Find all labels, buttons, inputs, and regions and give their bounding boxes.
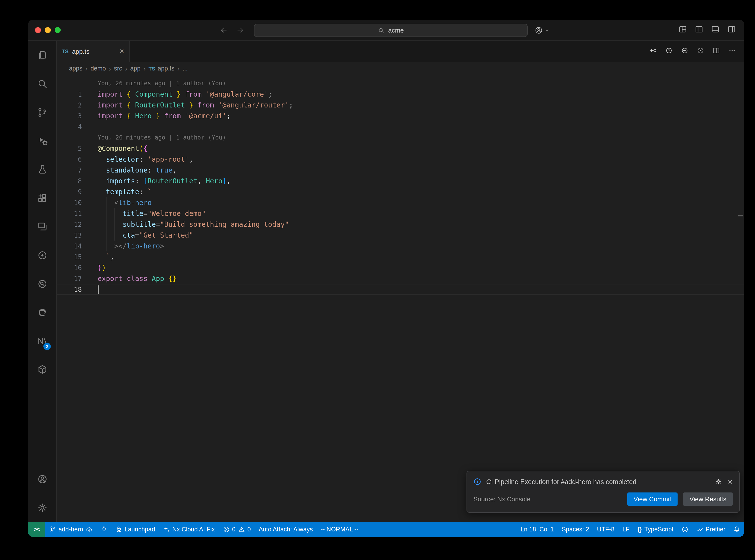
overview-ruler-marker <box>738 215 743 216</box>
line-number <box>57 132 82 143</box>
navigate-forward-icon[interactable] <box>236 26 244 35</box>
previous-change-button[interactable] <box>665 46 673 57</box>
code-text: import { Hero } from '@acme/ui'; <box>82 111 744 121</box>
nx-cloud-ai-fix-status-item[interactable]: Nx Cloud AI Fix <box>159 522 219 537</box>
cursor-position-status-item[interactable]: Ln 18, Col 1 <box>517 522 558 537</box>
navigate-back-icon[interactable] <box>219 26 228 35</box>
nx-console-badge: 2 <box>43 343 51 350</box>
vscode-window: acme 2 TS app.ts ✕ apps›demo›src›a <box>28 20 744 537</box>
view-results-button[interactable]: View Results <box>683 493 733 506</box>
breadcrumb-item[interactable]: src <box>114 65 122 72</box>
remote-indicator-status-item[interactable]: >< <box>28 522 45 537</box>
notification-close-icon[interactable]: ✕ <box>728 478 733 485</box>
status-bar-left: ><add-heroLaunchpadNx Cloud AI Fix00Auto… <box>28 522 362 537</box>
line-number: 15 <box>57 252 82 262</box>
breadcrumb-item[interactable]: demo <box>91 65 106 72</box>
history-navigation <box>219 20 244 40</box>
eol-sequence-status-item[interactable]: LF <box>618 522 633 537</box>
activity-item-source-control[interactable] <box>28 98 56 127</box>
sparkle-icon <box>163 526 170 533</box>
minimize-window-button[interactable] <box>45 27 51 33</box>
breadcrumb-item[interactable]: app <box>130 65 141 72</box>
activity-item-run-and-debug[interactable] <box>28 127 56 155</box>
code-line-15: 15 `, <box>57 252 744 262</box>
breadcrumb-item[interactable]: apps <box>69 65 82 72</box>
indentation-status-item[interactable]: Spaces: 2 <box>558 522 593 537</box>
more-actions-button[interactable] <box>728 46 736 57</box>
code-line-3: 3import { Hero } from '@acme/ui'; <box>57 111 744 121</box>
notifications-status-item[interactable] <box>729 522 744 537</box>
next-change-button[interactable] <box>680 46 689 57</box>
view-commit-button[interactable]: View Commit <box>627 493 678 506</box>
activity-item-extension-inspect[interactable] <box>28 269 56 298</box>
code-text: import { Component } from '@angular/core… <box>82 89 744 100</box>
check-double-icon <box>696 526 703 533</box>
breadcrumb-separator: › <box>85 65 87 72</box>
cursor-position-label: Ln 18, Col 1 <box>520 526 554 533</box>
code-text: title="Welcmoe demo" <box>82 208 744 219</box>
typescript-file-icon: TS <box>149 65 155 72</box>
breadcrumb-item[interactable]: app.ts <box>158 65 174 72</box>
toggle-secondary-sidebar-button[interactable] <box>727 24 736 36</box>
toggle-panel-button[interactable] <box>711 24 720 36</box>
feedback-status-item[interactable] <box>677 522 692 537</box>
indent-guide <box>106 197 106 208</box>
auto-attach-status-item[interactable]: Auto Attach: Always <box>255 522 317 537</box>
encoding-status-item[interactable]: UTF-8 <box>593 522 618 537</box>
code-text: imports: [RouterOutlet, Hero], <box>82 176 744 186</box>
activity-item-nx-console[interactable]: 2 <box>28 327 56 355</box>
status-bar: ><add-heroLaunchpadNx Cloud AI Fix00Auto… <box>28 522 744 537</box>
notification-message: CI Pipeline Execution for #add-hero has … <box>486 478 710 485</box>
extensions-icon <box>36 192 48 204</box>
activity-item-manage-settings[interactable] <box>28 494 56 522</box>
activity-item-extensions[interactable] <box>28 184 56 213</box>
git-branch-status-item[interactable]: add-hero <box>45 522 96 537</box>
code-line-5: 5@Component({ <box>57 143 744 154</box>
activity-item-edge-devtools[interactable] <box>28 298 56 327</box>
extension-inspect-icon <box>36 278 48 290</box>
screen: acme 2 TS app.ts ✕ apps›demo›src›a <box>0 0 755 560</box>
activity-item-testing[interactable] <box>28 155 56 184</box>
problems-status-item[interactable]: 00 <box>219 522 255 537</box>
customize-layout-button[interactable] <box>678 24 688 36</box>
line-number: 13 <box>57 230 82 241</box>
code-line-9: 9 template: ` <box>57 186 744 197</box>
code-line-7: 7 standalone: true, <box>57 165 744 176</box>
language-mode-label: TypeScript <box>644 526 673 533</box>
split-editor-button[interactable] <box>712 46 720 57</box>
nx-cloud-ai-fix-label: Nx Cloud AI Fix <box>172 526 215 533</box>
notification-settings-icon[interactable] <box>715 478 722 485</box>
testing-icon <box>36 164 48 176</box>
breadcrumb-separator: › <box>178 65 180 72</box>
activity-item-search[interactable] <box>28 69 56 98</box>
vim-mode-status-item[interactable]: -- NORMAL -- <box>317 522 362 537</box>
launchpad-label: Launchpad <box>124 526 155 533</box>
tab-app-ts[interactable]: TS app.ts ✕ <box>57 41 130 62</box>
activity-item-remote-explorer[interactable] <box>28 213 56 241</box>
activity-item-extension-circle[interactable] <box>28 241 56 269</box>
breadcrumb-item[interactable]: ... <box>182 65 187 72</box>
containers-icon <box>36 364 48 376</box>
open-changes-button[interactable] <box>649 46 657 57</box>
language-mode-status-item[interactable]: {}TypeScript <box>633 522 677 537</box>
account-menu[interactable] <box>534 20 550 40</box>
code-editor[interactable]: You, 26 minutes ago | 1 author (You)1imp… <box>57 75 744 522</box>
launchpad-status-item[interactable]: Launchpad <box>111 522 159 537</box>
source-control-icon <box>36 106 48 118</box>
activity-item-containers[interactable] <box>28 355 56 384</box>
smiley-icon <box>681 526 688 533</box>
workbench: 2 TS app.ts ✕ apps›demo›src›app›TSapp.ts… <box>28 41 744 522</box>
run-file-button[interactable] <box>696 46 705 57</box>
activity-item-explorer[interactable] <box>28 41 56 69</box>
toggle-primary-sidebar-button[interactable] <box>694 24 704 36</box>
activity-item-accounts[interactable] <box>28 465 56 494</box>
code-line-4: 4 <box>57 121 744 132</box>
zoom-window-button[interactable] <box>55 27 61 33</box>
text-cursor <box>98 285 99 294</box>
prettier-status-item[interactable]: Prettier <box>692 522 729 537</box>
close-tab-icon[interactable]: ✕ <box>119 48 124 55</box>
ports-status-item[interactable] <box>96 522 111 537</box>
command-center-search[interactable]: acme <box>254 24 528 37</box>
close-window-button[interactable] <box>35 27 41 33</box>
activity-bar: 2 <box>28 41 57 522</box>
